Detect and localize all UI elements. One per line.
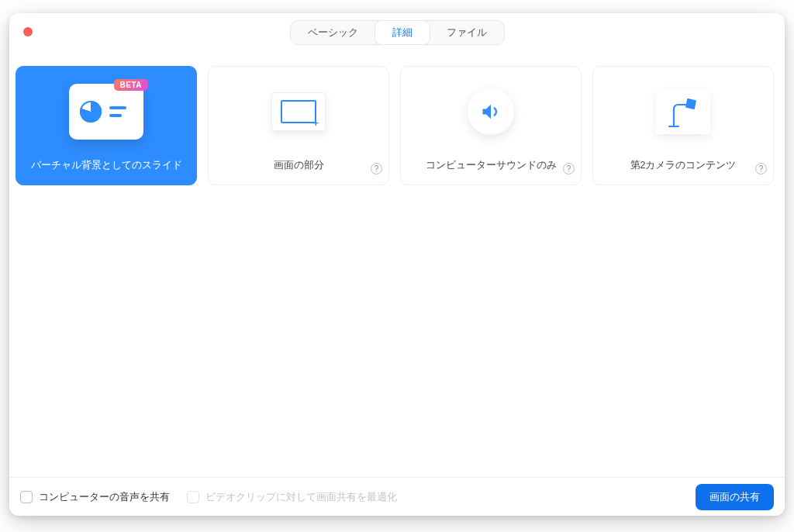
share-button[interactable]: 画面の共有 [696, 484, 774, 510]
region-icon [271, 92, 326, 131]
checkbox-icon [20, 491, 33, 503]
option-label: 第2カメラのコンテンツ ? [593, 157, 773, 181]
checkbox-label: コンピューターの音声を共有 [39, 490, 170, 504]
portion-icon-area [209, 67, 388, 157]
tab-file[interactable]: ファイル [430, 21, 504, 44]
text-lines-icon [109, 106, 126, 117]
option-label: コンピューターサウンドのみ ? [401, 157, 581, 181]
options-grid: BETA バーチャル背景としてのスライド 画面の部分 ? [9, 52, 785, 477]
option-label-text: 第2カメラのコンテンツ [630, 159, 737, 172]
beta-badge: BETA [114, 79, 148, 91]
presentation-icon: BETA [69, 84, 143, 140]
option-label: バーチャル背景としてのスライド [16, 157, 196, 181]
tab-basic[interactable]: ベーシック [291, 21, 375, 44]
checkbox-label: ビデオクリップに対して画面共有を最適化 [205, 490, 397, 504]
speaker-icon [468, 88, 514, 135]
help-icon[interactable]: ? [371, 163, 382, 174]
checkbox-share-computer-audio[interactable]: コンピューターの音声を共有 [20, 490, 170, 504]
option-label-text: 画面の部分 [274, 159, 324, 172]
option-screen-portion[interactable]: 画面の部分 ? [208, 66, 389, 185]
tab-advanced[interactable]: 詳細 [375, 21, 430, 44]
checkbox-icon [187, 491, 199, 503]
svg-rect-0 [685, 98, 696, 109]
option-label-text: コンピューターサウンドのみ [426, 159, 557, 172]
help-icon[interactable]: ? [563, 163, 575, 174]
option-slides-virtual-background[interactable]: BETA バーチャル背景としてのスライド [16, 66, 197, 185]
option-second-camera[interactable]: 第2カメラのコンテンツ ? [592, 66, 774, 185]
option-computer-sound-only[interactable]: コンピューターサウンドのみ ? [400, 66, 582, 185]
titlebar: ベーシック 詳細 ファイル [9, 13, 785, 52]
tab-group: ベーシック 詳細 ファイル [290, 20, 505, 45]
rectangle-icon [281, 100, 316, 123]
pie-chart-icon [80, 101, 102, 123]
sound-icon-area [401, 67, 581, 157]
document-camera-icon [656, 89, 710, 134]
camera-icon-area [593, 67, 773, 157]
share-screen-window: ベーシック 詳細 ファイル BETA バーチャル背景としてのスライド [9, 13, 785, 516]
footer-bar: コンピューターの音声を共有 ビデオクリップに対して画面共有を最適化 画面の共有 [9, 477, 785, 516]
help-icon[interactable]: ? [755, 163, 767, 174]
close-window-button[interactable] [23, 27, 33, 36]
checkbox-optimize-video-clip: ビデオクリップに対して画面共有を最適化 [187, 490, 397, 504]
slides-icon-area: BETA [16, 67, 196, 157]
option-label: 画面の部分 ? [209, 157, 388, 181]
